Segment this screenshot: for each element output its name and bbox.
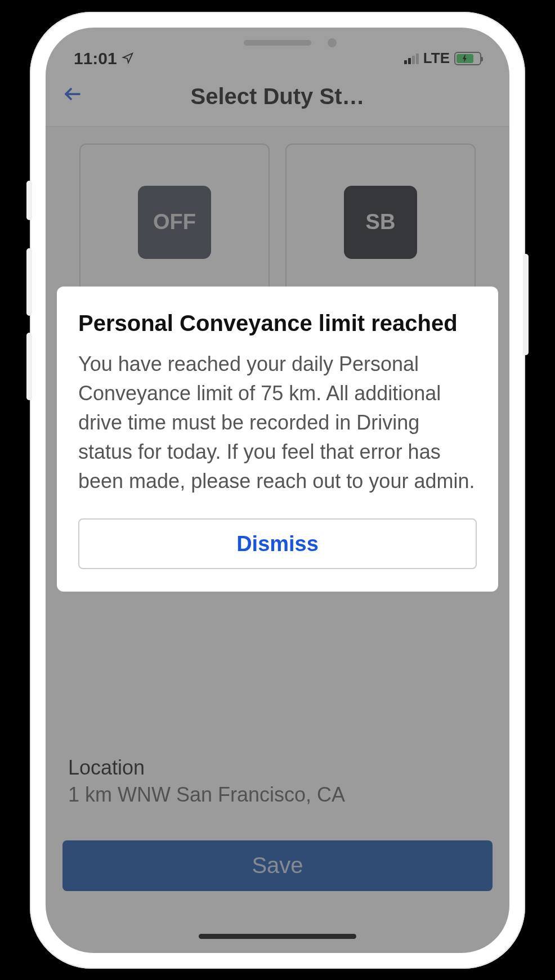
alert-modal: Personal Conveyance limit reached You ha… [57, 287, 498, 592]
dismiss-button-label: Dismiss [236, 532, 319, 556]
modal-body: You have reached your daily Personal Con… [78, 350, 477, 496]
dismiss-button[interactable]: Dismiss [78, 518, 477, 569]
phone-frame: 11:01 LTE [30, 12, 525, 969]
side-button [26, 181, 32, 220]
side-button [523, 254, 529, 355]
modal-title: Personal Conveyance limit reached [78, 309, 477, 337]
screen: 11:01 LTE [46, 28, 509, 953]
side-button [26, 333, 32, 400]
side-button [26, 248, 32, 316]
